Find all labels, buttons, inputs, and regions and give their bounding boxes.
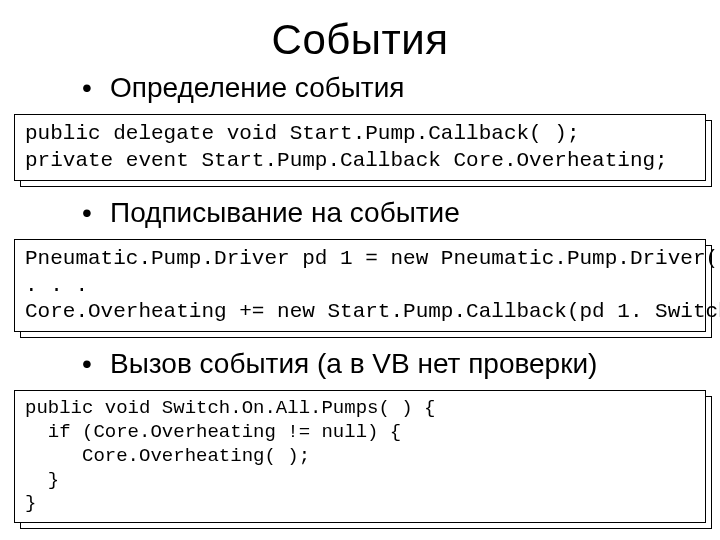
bullet-item: Подписывание на событие: [0, 195, 720, 231]
bullet-list: Определение события: [0, 70, 720, 106]
code-block-2: Pneumatic.Pump.Driver pd 1 = new Pneumat…: [14, 239, 706, 332]
page-title: События: [0, 16, 720, 64]
slide: События Определение события public deleg…: [0, 0, 720, 540]
code-block-3: public void Switch.On.All.Pumps( ) { if …: [14, 390, 706, 523]
code-block-2-wrap: Pneumatic.Pump.Driver pd 1 = new Pneumat…: [14, 239, 706, 332]
code-block-1-wrap: public delegate void Start.Pump.Callback…: [14, 114, 706, 181]
code-block-1: public delegate void Start.Pump.Callback…: [14, 114, 706, 181]
bullet-item: Определение события: [0, 70, 720, 106]
bullet-list: Вызов события (а в VB нет проверки): [0, 346, 720, 382]
bullet-list: Подписывание на событие: [0, 195, 720, 231]
code-block-3-wrap: public void Switch.On.All.Pumps( ) { if …: [14, 390, 706, 523]
bullet-item: Вызов события (а в VB нет проверки): [0, 346, 720, 382]
